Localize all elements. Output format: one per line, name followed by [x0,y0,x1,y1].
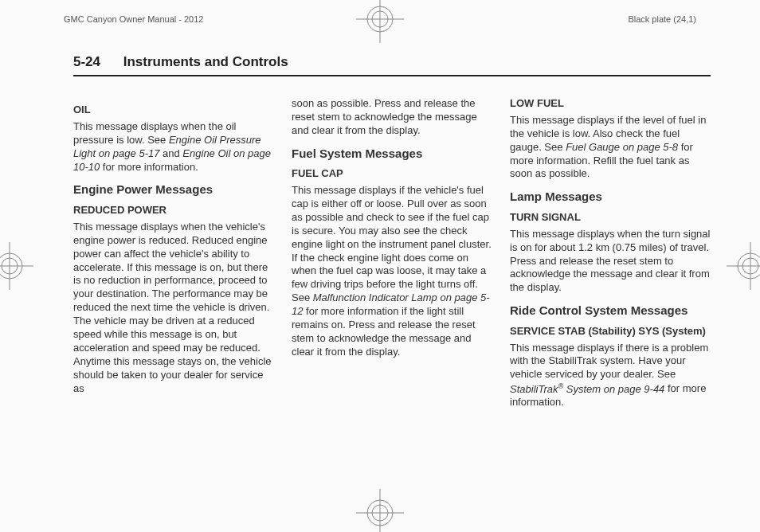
registration-mark-right [727,242,760,290]
turn-signal-heading: TURN SIGNAL [510,211,711,225]
turn-signal-paragraph: This message displays when the turn sign… [510,228,711,295]
body-columns: OIL This message displays when the oil p… [73,97,711,508]
page-number: 5-24 [73,54,100,69]
reduced-power-paragraph-cont: soon as possible. Press and release the … [292,97,492,138]
svg-point-15 [738,253,760,279]
section-title: Instruments and Controls [123,54,288,69]
registration-mark-left [0,242,33,290]
running-head: 5-24 Instruments and Controls [73,54,288,70]
ref-stabilitrak-system: StabiliTrak® System on page 9-44 [510,383,664,395]
svg-point-11 [0,253,22,279]
svg-point-10 [2,258,18,274]
ref-fuel-gauge: Fuel Gauge on page 5-8 [566,141,678,153]
svg-point-2 [372,11,388,27]
service-stab-sys-heading: SERVICE STAB (Stability) SYS (System) [510,325,711,338]
svg-point-14 [742,258,758,274]
ride-control-system-messages-heading: Ride Control System Messages [510,303,711,319]
plate-label: Black plate (24,1) [628,14,696,24]
manual-title: GMC Canyon Owner Manual - 2012 [64,14,203,24]
registration-mark-top [356,0,404,43]
engine-power-messages-heading: Engine Power Messages [73,182,274,198]
fuel-cap-paragraph: This message displays if the vehicle's f… [292,184,492,359]
service-stab-sys-paragraph: This message displays if there is a prob… [510,342,711,410]
svg-point-3 [367,6,393,32]
header-rule [73,75,711,76]
lamp-messages-heading: Lamp Messages [510,189,711,205]
fuel-cap-heading: FUEL CAP [292,167,492,181]
page: GMC Canyon Owner Manual - 2012 Black pla… [0,0,760,532]
reduced-power-heading: REDUCED POWER [73,204,274,217]
low-fuel-paragraph: This message displays if the level of fu… [510,114,711,181]
oil-paragraph: This message displays when the oil press… [73,120,274,174]
low-fuel-heading: LOW FUEL [510,97,711,111]
fuel-system-messages-heading: Fuel System Messages [292,146,492,162]
reduced-power-paragraph: This message displays when the vehicle's… [73,221,274,396]
oil-heading: OIL [73,104,274,117]
